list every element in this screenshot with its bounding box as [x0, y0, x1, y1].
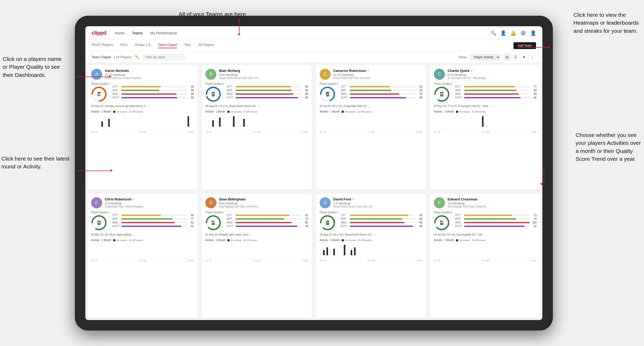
player-card[interactable]: E Edward Crossman 1-5 Handicap Sunningda… [430, 194, 540, 318]
activity-title: Activity · 1 Month [205, 239, 225, 242]
quality-circle[interactable]: 68 [320, 86, 335, 102]
player-card[interactable]: D Dave Billingham Plus Handicap Sag Magi… [202, 194, 312, 318]
quality-circle[interactable]: 87 [205, 215, 221, 231]
last-round[interactable]: 07 Aug 23 | 77 (+7), St George's Hill GC… [434, 105, 537, 108]
card-header: D David Ford ✓ 1-5 Handicap Royal North … [320, 197, 422, 208]
card-header: D Dave Billingham Plus Handicap Sag Magi… [205, 197, 308, 208]
quality-section: Player Quality ℹ 68 OTT 61 APP 63 ARG 75 [320, 82, 422, 102]
settings-icon[interactable]: ⚙️ [520, 30, 526, 36]
chart-labels: 31 Jul21 Aug4 Sep [205, 131, 308, 133]
tab-all-players[interactable]: All Players [198, 43, 214, 48]
card-header: C Chris Robertson ✓ 1-5 Handicap Craigmi… [91, 197, 194, 208]
chart-area [320, 114, 422, 130]
player-card[interactable]: C Charlie Quick ✓ 6-10 Handicap St. Geor… [430, 65, 540, 189]
player-name[interactable]: Dave Billingham [219, 197, 308, 201]
last-round[interactable]: 03 Mar 23 | 19, Must make putting → [91, 233, 194, 236]
player-card[interactable]: B Blair McHarg Plus Handicap Royal North… [202, 65, 312, 189]
player-name[interactable]: Edward Crossman [448, 197, 537, 201]
last-round[interactable]: 04 Sep 23 | Mobility with coach, Gym → [205, 233, 308, 236]
tab-pgat[interactable]: PGAT Players [92, 43, 113, 48]
player-card[interactable]: A Aaron Nicholls 11-15 Handicap Drift Go… [87, 65, 198, 189]
player-name[interactable]: Cameron Robertson ✓ [333, 69, 422, 73]
player-name[interactable]: Blair McHarg [219, 69, 308, 73]
card-header: A Aaron Nicholls 11-15 Handicap Drift Go… [91, 69, 194, 80]
chart-labels: 31 Jul21 Aug4 Sep [205, 259, 308, 262]
team-name: Team Clippd [92, 55, 111, 59]
quality-circle[interactable]: 82 [91, 215, 107, 231]
grid-view-button[interactable]: ⊞ [503, 54, 511, 61]
quality-label: Player Quality ℹ [205, 82, 224, 85]
filter-button[interactable]: ▼ [520, 54, 528, 61]
last-round[interactable]: 26 Aug 23 | 84 (+12), Royal North Devon … [320, 233, 422, 236]
chart-bars [205, 114, 308, 127]
card-header: B Blair McHarg Plus Handicap Royal North… [205, 69, 308, 80]
chart-area [91, 243, 194, 258]
player-name[interactable]: Charlie Quick ✓ [448, 69, 537, 73]
player-grid: A Aaron Nicholls 11-15 Handicap Drift Go… [85, 63, 542, 320]
stat-row: ARG 81 [112, 221, 194, 224]
chart-bars [320, 114, 422, 127]
show-select[interactable]: Player Activity [470, 54, 500, 60]
last-round[interactable]: 26 Aug 23 | 73 (+1), Royal North Devon G… [205, 105, 308, 108]
activity-title: Activity · 1 Month [320, 239, 340, 242]
tab-pga[interactable]: PGA [120, 43, 127, 48]
stat-row: OTT 60 [112, 214, 194, 217]
player-name[interactable]: David Ford ✓ [333, 197, 422, 201]
stat-row: OTT 82 [227, 214, 308, 217]
last-round-arrow: → [373, 233, 376, 236]
player-club: Craigmillar Park, United Kingdom [105, 205, 147, 208]
nav-teams[interactable]: Teams [132, 31, 143, 35]
annotation-activities: Choose whether you seeyour players Activ… [575, 131, 641, 163]
player-club: Sunningdale Golf Club, United Kingdom [448, 205, 490, 208]
nav-home[interactable]: Home [115, 31, 124, 35]
avatar: B [205, 69, 216, 80]
tab-team-clippd[interactable]: Team Clippd [158, 43, 177, 48]
quality-section: Player Quality ℹ 93 OTT 84 APP 85 ARG 88 [205, 82, 308, 102]
activity-section: Activity · 1 Month On course Off course … [205, 239, 308, 262]
svg-text:68: 68 [325, 92, 330, 97]
search-icon[interactable]: 🔍 [490, 30, 496, 36]
edit-icon[interactable]: ✏️ [135, 55, 139, 59]
last-round[interactable]: 18 Jul 23 | 74 (+4), Sunningdale GC - Ol… [434, 233, 537, 236]
last-round[interactable]: 02 Sep 23 | Sunday round to get back int… [91, 105, 194, 108]
avatar-icon[interactable]: 👤 [530, 30, 536, 36]
logo: clippd [92, 30, 106, 36]
quality-stats: OTT 84 APP 85 ARG 88 PUTT 95 [227, 85, 308, 99]
user-icon[interactable]: 👤 [500, 30, 506, 36]
quality-label: Player Quality ℹ [434, 211, 452, 214]
quality-circle[interactable]: 93 [205, 86, 221, 102]
player-name[interactable]: Aaron Nicholls [105, 69, 194, 73]
last-round-arrow: → [148, 105, 151, 108]
player-handicap: Plus Handicap [219, 73, 308, 76]
quality-label: Player Quality ℹ [320, 211, 338, 214]
tab-hcaps[interactable]: Hcaps 1-5 [135, 43, 150, 48]
quality-circle[interactable]: 74 [91, 86, 107, 102]
last-round[interactable]: 02 Jul 23 | 59 (+17), Craigmillar Park G… [320, 105, 422, 108]
sort-button[interactable]: ↕ [529, 54, 536, 61]
player-card[interactable]: C Cameron Robertson ✓ 11-15 Handicap Roy… [316, 65, 426, 189]
activity-section: Activity · 1 Month On course Off course … [434, 239, 537, 262]
player-card[interactable]: D David Ford ✓ 1-5 Handicap Royal North … [316, 194, 426, 318]
tab-tour[interactable]: Tour [184, 43, 191, 48]
quality-stats: OTT 60 APP 58 ARG 84 PUTT 85 [112, 85, 194, 99]
activity-section: Activity · 1 Month On course Off course … [434, 110, 537, 133]
stat-row: PUTT 94 [227, 225, 308, 228]
nav-my-performance[interactable]: My Performance [150, 31, 177, 35]
verified-icon: ✓ [367, 69, 370, 72]
quality-stats: OTT 60 APP 77 ARG 81 PUTT 91 [112, 214, 194, 228]
list-view-button[interactable]: ☰ [512, 54, 519, 61]
bell-icon[interactable]: 🔔 [510, 30, 516, 36]
svg-text:85: 85 [325, 220, 330, 225]
chart-area [434, 114, 537, 130]
player-name[interactable]: Chris Robertson ✓ [105, 197, 194, 201]
stat-row: ARG 103 [455, 221, 537, 224]
quality-circle[interactable]: 85 [320, 215, 335, 231]
quality-circle[interactable]: 87 [434, 215, 450, 231]
player-card[interactable]: C Chris Robertson ✓ 1-5 Handicap Craigmi… [87, 194, 198, 318]
quality-section: Player Quality ℹ 85 OTT 89 APP 80 ARG 83 [320, 211, 422, 231]
chart-labels: 31 Jul21 Aug4 Sep [320, 259, 422, 262]
filter-input[interactable] [143, 54, 185, 60]
quality-circle[interactable]: 83 [434, 86, 450, 102]
add-team-button[interactable]: Add Team [513, 42, 536, 49]
last-round-arrow: → [250, 233, 252, 236]
